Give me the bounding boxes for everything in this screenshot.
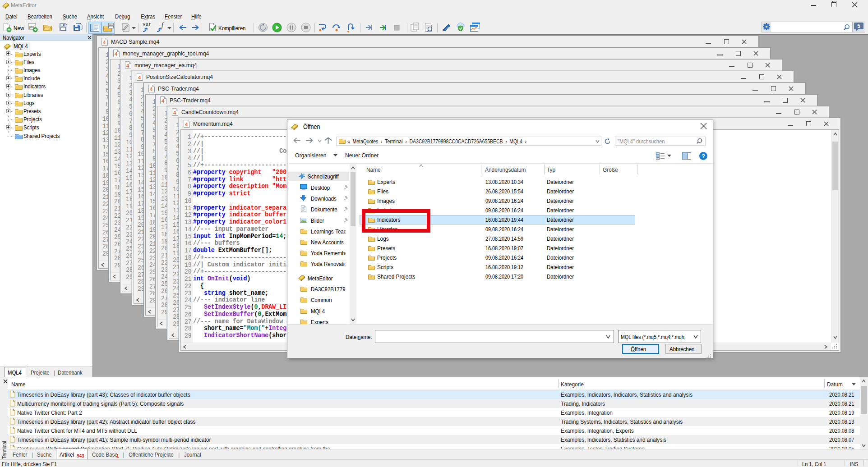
svg-text:4: 4 bbox=[185, 122, 188, 127]
svg-text:4: 4 bbox=[150, 87, 153, 92]
svg-text:4: 4 bbox=[115, 51, 118, 57]
svg-text:4: 4 bbox=[103, 40, 106, 45]
svg-text:4: 4 bbox=[138, 75, 141, 80]
svg-text:4: 4 bbox=[173, 110, 176, 115]
svg-text:?: ? bbox=[702, 153, 705, 160]
svg-text:4: 4 bbox=[162, 98, 165, 104]
svg-text:4: 4 bbox=[126, 63, 129, 69]
svg-text:5: 5 bbox=[857, 23, 860, 29]
